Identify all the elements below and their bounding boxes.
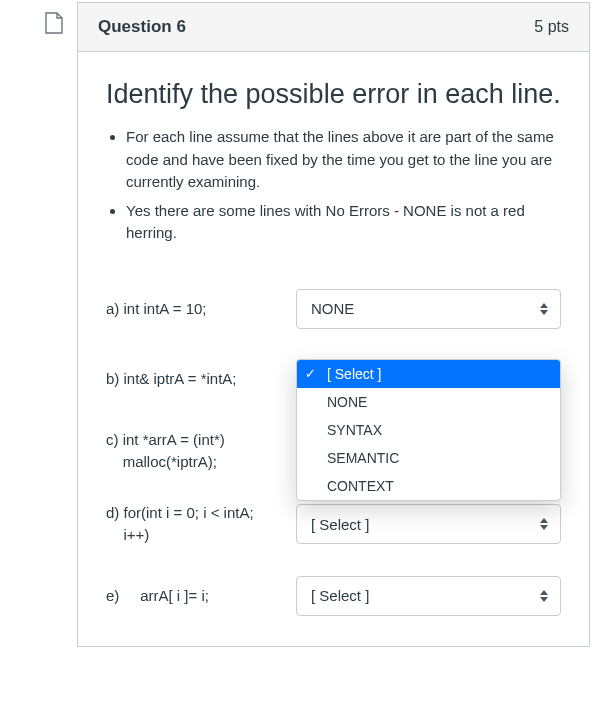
dropdown-option-semantic[interactable]: SEMANTIC [297,444,560,472]
chevron-updown-icon [540,303,548,315]
instruction-item: For each line assume that the lines abov… [126,126,561,194]
row-e-label: e) arrA[ i ]= i; [106,585,296,608]
row-c-label: c) int *arrA = (int*) malloc(*iptrA); [106,429,296,473]
prompt-title: Identify the possible error in each line… [106,76,561,112]
instructions-list: For each line assume that the lines abov… [106,126,561,245]
dropdown-option-none[interactable]: NONE [297,388,560,416]
instruction-item: Yes there are some lines with No Errors … [126,200,561,245]
question-card: Question 6 5 pts Identify the possible e… [77,2,590,647]
chevron-updown-icon [540,518,548,530]
dropdown-option-select[interactable]: ✓ [ Select ] [297,360,560,388]
question-title: Question 6 [98,17,186,37]
row-b-label: b) int& iptrA = *intA; [106,368,296,391]
check-icon: ✓ [305,366,316,381]
question-points: 5 pts [534,18,569,36]
page-outline-icon [45,12,63,34]
select-a-value: NONE [311,300,354,317]
row-e: e) arrA[ i ]= i; [ Select ] [106,576,561,616]
select-d[interactable]: [ Select ] [296,504,561,544]
card-header: Question 6 5 pts [78,3,589,52]
row-d-label: d) for(int i = 0; i < intA; i++) [106,502,296,546]
select-e-value: [ Select ] [311,587,369,604]
dropdown-option-context[interactable]: CONTEXT [297,472,560,500]
row-b: b) int& iptrA = *intA; [ Select ] ✓ [ Se… [106,359,561,399]
select-d-value: [ Select ] [311,516,369,533]
chevron-updown-icon [540,590,548,602]
card-body: Identify the possible error in each line… [78,52,589,646]
select-a[interactable]: NONE [296,289,561,329]
select-e[interactable]: [ Select ] [296,576,561,616]
dropdown-option-syntax[interactable]: SYNTAX [297,416,560,444]
dropdown-menu: ✓ [ Select ] NONE SYNTAX SEMANTIC CONTEX… [296,359,561,501]
row-a-label: a) int intA = 10; [106,298,296,321]
row-a: a) int intA = 10; NONE [106,289,561,329]
row-d: d) for(int i = 0; i < intA; i++) [ Selec… [106,502,561,546]
